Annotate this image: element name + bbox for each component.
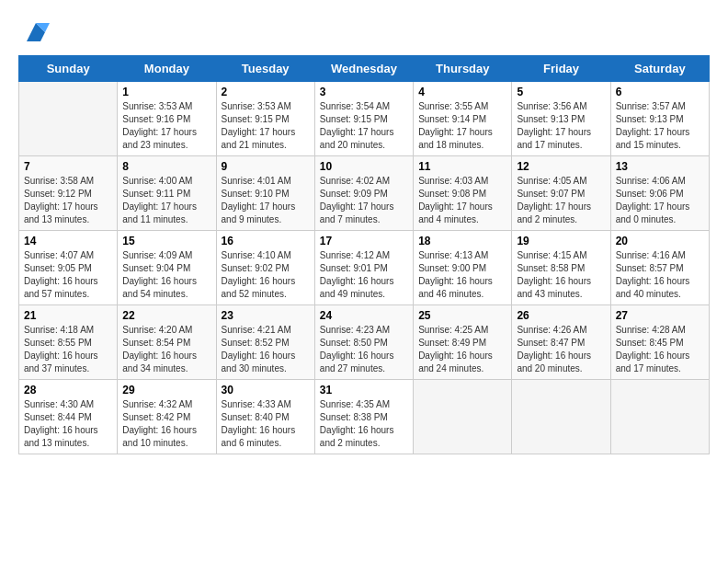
sunrise-text: Sunrise: 3:56 AM [517, 101, 586, 111]
calendar-cell: 5 Sunrise: 3:56 AM Sunset: 9:13 PM Dayli… [512, 82, 610, 156]
calendar-cell: 7 Sunrise: 3:58 AM Sunset: 9:12 PM Dayli… [19, 156, 118, 231]
daylight-text: Daylight: 16 hours and 2 minutes. [320, 425, 394, 448]
day-number: 30 [222, 384, 310, 396]
daylight-text: Daylight: 17 hours and 4 minutes. [418, 201, 493, 224]
daylight-text: Daylight: 17 hours and 11 minutes. [122, 201, 197, 224]
sunrise-text: Sunrise: 4:16 AM [616, 250, 686, 260]
calendar-table: SundayMondayTuesdayWednesdayThursdayFrid… [18, 55, 710, 454]
sunset-text: Sunset: 8:47 PM [517, 338, 585, 348]
sunset-text: Sunset: 9:16 PM [122, 114, 190, 124]
calendar-week-row: 21 Sunrise: 4:18 AM Sunset: 8:55 PM Dayl… [19, 305, 710, 380]
day-info: Sunrise: 3:53 AM Sunset: 9:16 PM Dayligh… [122, 100, 210, 152]
day-number: 28 [24, 384, 112, 396]
sunset-text: Sunset: 8:54 PM [122, 338, 190, 348]
sunrise-text: Sunrise: 4:12 AM [320, 250, 390, 260]
day-number: 1 [122, 86, 210, 98]
daylight-text: Daylight: 16 hours and 13 minutes. [24, 425, 98, 448]
day-number: 22 [122, 309, 210, 322]
day-number: 21 [24, 309, 112, 322]
daylight-text: Daylight: 16 hours and 6 minutes. [222, 425, 296, 448]
sunrise-text: Sunrise: 4:01 AM [222, 176, 291, 186]
logo-icon [22, 18, 50, 46]
day-number: 8 [122, 160, 210, 173]
day-info: Sunrise: 4:05 AM Sunset: 9:07 PM Dayligh… [517, 175, 605, 226]
day-info: Sunrise: 4:00 AM Sunset: 9:11 PM Dayligh… [122, 175, 210, 226]
sunset-text: Sunset: 8:55 PM [24, 338, 92, 348]
daylight-text: Daylight: 16 hours and 40 minutes. [616, 276, 690, 299]
sunset-text: Sunset: 9:05 PM [24, 263, 92, 273]
calendar-day-header: Saturday [610, 56, 709, 82]
day-info: Sunrise: 4:18 AM Sunset: 8:55 PM Dayligh… [24, 324, 112, 375]
calendar-cell: 10 Sunrise: 4:02 AM Sunset: 9:09 PM Dayl… [314, 156, 413, 231]
daylight-text: Daylight: 17 hours and 7 minutes. [320, 201, 394, 224]
sunrise-text: Sunrise: 4:13 AM [418, 250, 488, 260]
day-info: Sunrise: 3:53 AM Sunset: 9:15 PM Dayligh… [222, 100, 310, 152]
calendar-cell: 24 Sunrise: 4:23 AM Sunset: 8:50 PM Dayl… [314, 305, 413, 380]
sunrise-text: Sunrise: 4:20 AM [122, 325, 192, 335]
calendar-cell: 16 Sunrise: 4:10 AM Sunset: 9:02 PM Dayl… [216, 231, 314, 305]
sunset-text: Sunset: 9:13 PM [616, 114, 684, 124]
calendar-day-header: Tuesday [216, 56, 314, 82]
daylight-text: Daylight: 17 hours and 2 minutes. [517, 201, 591, 224]
day-number: 25 [418, 309, 506, 322]
sunrise-text: Sunrise: 4:02 AM [320, 176, 390, 186]
day-number: 3 [320, 86, 408, 98]
calendar-cell: 11 Sunrise: 4:03 AM Sunset: 9:08 PM Dayl… [414, 156, 512, 231]
day-info: Sunrise: 4:32 AM Sunset: 8:42 PM Dayligh… [122, 398, 210, 450]
day-number: 29 [122, 384, 210, 396]
day-info: Sunrise: 4:12 AM Sunset: 9:01 PM Dayligh… [320, 249, 408, 301]
calendar-cell: 26 Sunrise: 4:26 AM Sunset: 8:47 PM Dayl… [512, 305, 610, 380]
sunrise-text: Sunrise: 4:07 AM [24, 250, 94, 260]
sunset-text: Sunset: 8:40 PM [222, 412, 290, 422]
calendar-week-row: 28 Sunrise: 4:30 AM Sunset: 8:44 PM Dayl… [19, 380, 710, 454]
sunrise-text: Sunrise: 3:58 AM [24, 176, 94, 186]
calendar-cell: 22 Sunrise: 4:20 AM Sunset: 8:54 PM Dayl… [118, 305, 216, 380]
day-info: Sunrise: 4:16 AM Sunset: 8:57 PM Dayligh… [616, 249, 704, 301]
sunrise-text: Sunrise: 4:26 AM [517, 325, 586, 335]
sunrise-text: Sunrise: 3:54 AM [320, 101, 390, 111]
calendar-cell: 13 Sunrise: 4:06 AM Sunset: 9:06 PM Dayl… [610, 156, 709, 231]
sunset-text: Sunset: 8:44 PM [24, 412, 92, 422]
calendar-cell: 19 Sunrise: 4:15 AM Sunset: 8:58 PM Dayl… [512, 231, 610, 305]
sunset-text: Sunset: 9:13 PM [517, 114, 585, 124]
sunrise-text: Sunrise: 4:10 AM [222, 250, 291, 260]
calendar-day-header: Sunday [19, 56, 118, 82]
calendar-cell: 29 Sunrise: 4:32 AM Sunset: 8:42 PM Dayl… [118, 380, 216, 454]
calendar-cell: 6 Sunrise: 3:57 AM Sunset: 9:13 PM Dayli… [610, 82, 709, 156]
sunset-text: Sunset: 9:15 PM [320, 114, 388, 124]
calendar-cell: 18 Sunrise: 4:13 AM Sunset: 9:00 PM Dayl… [414, 231, 512, 305]
sunrise-text: Sunrise: 4:25 AM [418, 325, 488, 335]
calendar-cell: 31 Sunrise: 4:35 AM Sunset: 8:38 PM Dayl… [314, 380, 413, 454]
daylight-text: Daylight: 16 hours and 54 minutes. [122, 276, 197, 299]
day-info: Sunrise: 3:57 AM Sunset: 9:13 PM Dayligh… [616, 100, 704, 152]
day-info: Sunrise: 3:58 AM Sunset: 9:12 PM Dayligh… [24, 175, 112, 226]
calendar-cell: 23 Sunrise: 4:21 AM Sunset: 8:52 PM Dayl… [216, 305, 314, 380]
sunset-text: Sunset: 8:58 PM [517, 263, 585, 273]
day-number: 12 [517, 160, 605, 173]
daylight-text: Daylight: 17 hours and 15 minutes. [616, 127, 690, 150]
daylight-text: Daylight: 16 hours and 24 minutes. [418, 350, 493, 373]
day-info: Sunrise: 4:13 AM Sunset: 9:00 PM Dayligh… [418, 249, 506, 301]
day-number: 7 [24, 160, 112, 173]
sunset-text: Sunset: 9:12 PM [24, 189, 92, 199]
sunrise-text: Sunrise: 4:06 AM [616, 176, 686, 186]
day-number: 4 [418, 86, 506, 98]
day-info: Sunrise: 4:15 AM Sunset: 8:58 PM Dayligh… [517, 249, 605, 301]
day-info: Sunrise: 4:25 AM Sunset: 8:49 PM Dayligh… [418, 324, 506, 375]
sunset-text: Sunset: 9:02 PM [222, 263, 290, 273]
day-info: Sunrise: 4:20 AM Sunset: 8:54 PM Dayligh… [122, 324, 210, 375]
calendar-cell: 20 Sunrise: 4:16 AM Sunset: 8:57 PM Dayl… [610, 231, 709, 305]
daylight-text: Daylight: 17 hours and 9 minutes. [222, 201, 296, 224]
calendar-cell: 27 Sunrise: 4:28 AM Sunset: 8:45 PM Dayl… [610, 305, 709, 380]
day-number: 24 [320, 309, 408, 322]
day-info: Sunrise: 4:06 AM Sunset: 9:06 PM Dayligh… [616, 175, 704, 226]
daylight-text: Daylight: 16 hours and 57 minutes. [24, 276, 98, 299]
day-number: 27 [616, 309, 704, 322]
daylight-text: Daylight: 16 hours and 52 minutes. [222, 276, 296, 299]
sunrise-text: Sunrise: 4:28 AM [616, 325, 686, 335]
sunset-text: Sunset: 9:09 PM [320, 189, 388, 199]
page-header [18, 18, 710, 46]
day-info: Sunrise: 3:54 AM Sunset: 9:15 PM Dayligh… [320, 100, 408, 152]
sunset-text: Sunset: 9:06 PM [616, 189, 684, 199]
daylight-text: Daylight: 16 hours and 10 minutes. [122, 425, 197, 448]
